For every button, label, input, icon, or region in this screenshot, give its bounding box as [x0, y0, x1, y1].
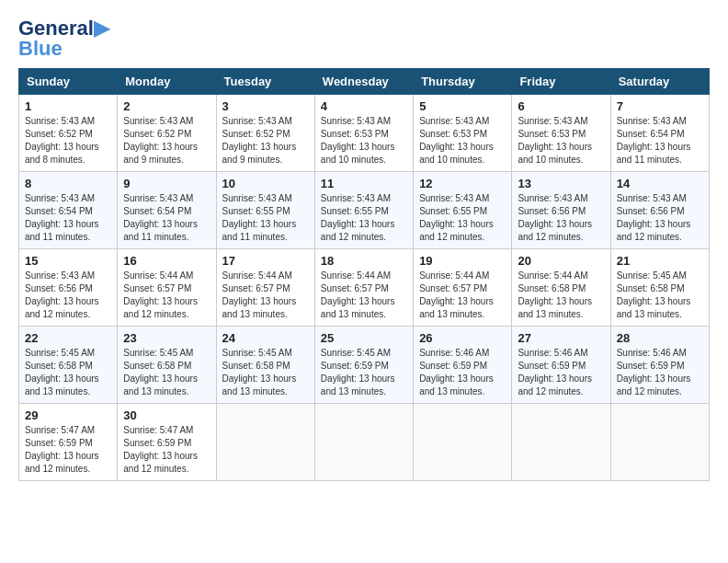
cell-content: Sunrise: 5:44 AMSunset: 6:57 PMDaylight:…	[222, 270, 309, 321]
calendar-cell: 10Sunrise: 5:43 AMSunset: 6:55 PMDayligh…	[216, 172, 314, 249]
calendar-cell	[610, 404, 709, 481]
calendar-cell: 29Sunrise: 5:47 AMSunset: 6:59 PMDayligh…	[19, 404, 118, 481]
day-number: 11	[321, 177, 407, 190]
cell-content: Sunrise: 5:46 AMSunset: 6:59 PMDaylight:…	[518, 347, 604, 398]
day-number: 28	[617, 331, 703, 345]
col-header-wednesday: Wednesday	[314, 69, 413, 95]
calendar-cell: 30Sunrise: 5:47 AMSunset: 6:59 PMDayligh…	[118, 404, 216, 481]
calendar-cell: 16Sunrise: 5:44 AMSunset: 6:57 PMDayligh…	[118, 249, 216, 327]
calendar-week-2: 8Sunrise: 5:43 AMSunset: 6:54 PMDaylight…	[19, 172, 710, 249]
col-header-monday: Monday	[118, 69, 216, 95]
calendar-cell: 13Sunrise: 5:43 AMSunset: 6:56 PMDayligh…	[512, 172, 610, 249]
col-header-saturday: Saturday	[610, 69, 709, 95]
day-number: 1	[25, 99, 111, 113]
day-number: 14	[617, 177, 703, 190]
day-number: 30	[123, 408, 210, 422]
cell-content: Sunrise: 5:43 AMSunset: 6:54 PMDaylight:…	[25, 192, 111, 244]
calendar-cell: 15Sunrise: 5:43 AMSunset: 6:56 PMDayligh…	[19, 249, 118, 327]
day-number: 18	[321, 254, 407, 268]
calendar-week-5: 29Sunrise: 5:47 AMSunset: 6:59 PMDayligh…	[19, 404, 710, 481]
calendar-cell: 12Sunrise: 5:43 AMSunset: 6:55 PMDayligh…	[414, 172, 512, 249]
calendar-header-row: SundayMondayTuesdayWednesdayThursdayFrid…	[19, 69, 710, 95]
calendar-cell: 23Sunrise: 5:45 AMSunset: 6:58 PMDayligh…	[118, 327, 216, 404]
day-number: 6	[518, 99, 604, 113]
day-number: 25	[321, 331, 407, 345]
calendar-cell: 3Sunrise: 5:43 AMSunset: 6:52 PMDaylight…	[216, 95, 314, 172]
cell-content: Sunrise: 5:43 AMSunset: 6:55 PMDaylight:…	[222, 192, 309, 244]
calendar-cell: 8Sunrise: 5:43 AMSunset: 6:54 PMDaylight…	[19, 172, 118, 249]
calendar-body: 1Sunrise: 5:43 AMSunset: 6:52 PMDaylight…	[19, 95, 710, 481]
cell-content: Sunrise: 5:44 AMSunset: 6:57 PMDaylight:…	[123, 270, 210, 321]
day-number: 16	[123, 254, 210, 268]
cell-content: Sunrise: 5:45 AMSunset: 6:58 PMDaylight:…	[222, 347, 309, 398]
calendar-cell: 20Sunrise: 5:44 AMSunset: 6:58 PMDayligh…	[512, 249, 610, 327]
day-number: 15	[25, 254, 111, 268]
calendar-cell	[512, 404, 610, 481]
day-number: 12	[419, 177, 506, 190]
logo: General▶ Blue	[18, 18, 109, 59]
cell-content: Sunrise: 5:45 AMSunset: 6:58 PMDaylight:…	[123, 347, 210, 398]
cell-content: Sunrise: 5:45 AMSunset: 6:58 PMDaylight:…	[617, 270, 703, 321]
day-number: 13	[518, 177, 604, 190]
cell-content: Sunrise: 5:43 AMSunset: 6:53 PMDaylight:…	[419, 115, 506, 167]
day-number: 26	[419, 331, 506, 345]
cell-content: Sunrise: 5:43 AMSunset: 6:53 PMDaylight:…	[321, 115, 407, 167]
day-number: 21	[617, 254, 703, 268]
calendar-cell: 11Sunrise: 5:43 AMSunset: 6:55 PMDayligh…	[314, 172, 413, 249]
calendar-cell: 2Sunrise: 5:43 AMSunset: 6:52 PMDaylight…	[118, 95, 216, 172]
day-number: 2	[123, 99, 210, 113]
day-number: 20	[518, 254, 604, 268]
calendar-cell: 7Sunrise: 5:43 AMSunset: 6:54 PMDaylight…	[610, 95, 709, 172]
calendar-cell: 4Sunrise: 5:43 AMSunset: 6:53 PMDaylight…	[314, 95, 413, 172]
col-header-thursday: Thursday	[414, 69, 512, 95]
calendar-cell: 25Sunrise: 5:45 AMSunset: 6:59 PMDayligh…	[314, 327, 413, 404]
calendar-cell: 1Sunrise: 5:43 AMSunset: 6:52 PMDaylight…	[19, 95, 118, 172]
cell-content: Sunrise: 5:47 AMSunset: 6:59 PMDaylight:…	[25, 424, 111, 476]
calendar-cell: 6Sunrise: 5:43 AMSunset: 6:53 PMDaylight…	[512, 95, 610, 172]
cell-content: Sunrise: 5:43 AMSunset: 6:53 PMDaylight:…	[518, 115, 604, 167]
col-header-friday: Friday	[512, 69, 610, 95]
day-number: 10	[222, 177, 309, 190]
calendar-cell: 18Sunrise: 5:44 AMSunset: 6:57 PMDayligh…	[314, 249, 413, 327]
calendar-cell: 26Sunrise: 5:46 AMSunset: 6:59 PMDayligh…	[414, 327, 512, 404]
calendar-cell: 27Sunrise: 5:46 AMSunset: 6:59 PMDayligh…	[512, 327, 610, 404]
col-header-tuesday: Tuesday	[216, 69, 314, 95]
page-header: General▶ Blue	[18, 18, 710, 59]
calendar-cell	[414, 404, 512, 481]
cell-content: Sunrise: 5:45 AMSunset: 6:58 PMDaylight:…	[25, 347, 111, 398]
cell-content: Sunrise: 5:43 AMSunset: 6:55 PMDaylight:…	[321, 192, 407, 244]
cell-content: Sunrise: 5:43 AMSunset: 6:56 PMDaylight:…	[25, 270, 111, 321]
cell-content: Sunrise: 5:44 AMSunset: 6:57 PMDaylight:…	[419, 270, 506, 321]
day-number: 4	[321, 99, 407, 113]
day-number: 7	[617, 99, 703, 113]
cell-content: Sunrise: 5:45 AMSunset: 6:59 PMDaylight:…	[321, 347, 407, 398]
cell-content: Sunrise: 5:44 AMSunset: 6:57 PMDaylight:…	[321, 270, 407, 321]
day-number: 19	[419, 254, 506, 268]
calendar-cell: 21Sunrise: 5:45 AMSunset: 6:58 PMDayligh…	[610, 249, 709, 327]
col-header-sunday: Sunday	[19, 69, 118, 95]
cell-content: Sunrise: 5:46 AMSunset: 6:59 PMDaylight:…	[617, 347, 703, 398]
cell-content: Sunrise: 5:43 AMSunset: 6:52 PMDaylight:…	[123, 115, 210, 167]
day-number: 29	[25, 408, 111, 422]
calendar-cell: 19Sunrise: 5:44 AMSunset: 6:57 PMDayligh…	[414, 249, 512, 327]
cell-content: Sunrise: 5:43 AMSunset: 6:56 PMDaylight:…	[518, 192, 604, 244]
day-number: 5	[419, 99, 506, 113]
calendar-cell	[216, 404, 314, 481]
calendar-cell: 17Sunrise: 5:44 AMSunset: 6:57 PMDayligh…	[216, 249, 314, 327]
day-number: 23	[123, 331, 210, 345]
day-number: 27	[518, 331, 604, 345]
cell-content: Sunrise: 5:47 AMSunset: 6:59 PMDaylight:…	[123, 424, 210, 476]
cell-content: Sunrise: 5:43 AMSunset: 6:54 PMDaylight:…	[617, 115, 703, 167]
day-number: 17	[222, 254, 309, 268]
cell-content: Sunrise: 5:43 AMSunset: 6:52 PMDaylight:…	[222, 115, 309, 167]
calendar-cell: 24Sunrise: 5:45 AMSunset: 6:58 PMDayligh…	[216, 327, 314, 404]
logo-text: General▶	[18, 18, 109, 39]
calendar-cell: 22Sunrise: 5:45 AMSunset: 6:58 PMDayligh…	[19, 327, 118, 404]
cell-content: Sunrise: 5:43 AMSunset: 6:55 PMDaylight:…	[419, 192, 506, 244]
cell-content: Sunrise: 5:43 AMSunset: 6:52 PMDaylight:…	[25, 115, 111, 167]
calendar-cell: 5Sunrise: 5:43 AMSunset: 6:53 PMDaylight…	[414, 95, 512, 172]
cell-content: Sunrise: 5:43 AMSunset: 6:56 PMDaylight:…	[617, 192, 703, 244]
calendar-cell: 28Sunrise: 5:46 AMSunset: 6:59 PMDayligh…	[610, 327, 709, 404]
calendar-week-4: 22Sunrise: 5:45 AMSunset: 6:58 PMDayligh…	[19, 327, 710, 404]
cell-content: Sunrise: 5:46 AMSunset: 6:59 PMDaylight:…	[419, 347, 506, 398]
